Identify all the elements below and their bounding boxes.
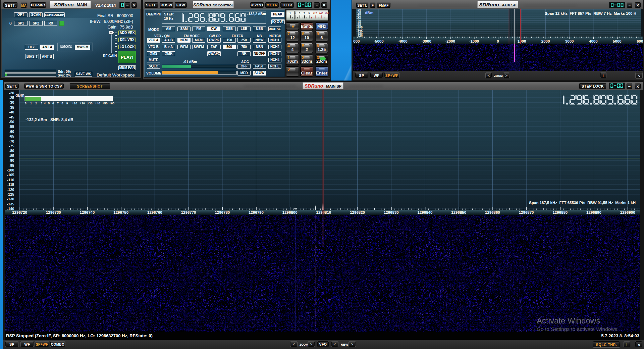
svg-text:-35: -35: [9, 105, 14, 109]
svg-text:-55: -55: [9, 124, 14, 129]
svg-text:-30: -30: [9, 100, 14, 104]
svg-text:1: 1: [30, 102, 32, 105]
svg-text:1296880: 1296880: [552, 210, 568, 214]
svg-text:+60: +60: [109, 102, 114, 105]
svg-text:-132,2 dBm SNR: 8,4 dB: -132,2 dBm SNR: 8,4 dB: [25, 117, 73, 122]
svg-text:6000: 6000: [637, 39, 643, 43]
svg-text:-1000: -1000: [469, 39, 479, 43]
svg-text:-25: -25: [9, 96, 14, 100]
svg-text:dBm: dBm: [365, 11, 374, 15]
svg-text:-125: -125: [7, 192, 14, 196]
svg-text:1296820: 1296820: [350, 210, 365, 214]
svg-text:1296780: 1296780: [215, 210, 230, 214]
svg-text:-60: -60: [9, 130, 14, 134]
svg-text:-100: -100: [7, 168, 14, 172]
svg-text:1296840: 1296840: [418, 210, 433, 214]
svg-text:2000: 2000: [541, 39, 550, 43]
svg-text:1296720: 1296720: [12, 210, 27, 214]
svg-text:-110: -110: [7, 178, 14, 182]
svg-text:+20: +20: [313, 12, 317, 15]
svg-text:S: S: [24, 102, 26, 105]
svg-text:1: 1: [289, 12, 291, 15]
svg-text:1296870: 1296870: [519, 210, 534, 214]
svg-text:-85: -85: [9, 154, 14, 158]
svg-text:7: 7: [57, 102, 59, 105]
svg-text:-90: -90: [9, 158, 14, 162]
svg-text:1296900: 1296900: [620, 210, 635, 214]
svg-text:1296730: 1296730: [46, 210, 61, 214]
svg-text:6: 6: [52, 102, 54, 105]
svg-text:3000: 3000: [565, 39, 574, 43]
svg-text:9: 9: [308, 12, 310, 15]
svg-text:5: 5: [48, 102, 50, 105]
svg-text:3: 3: [41, 102, 42, 105]
svg-text:-4000: -4000: [397, 39, 407, 43]
svg-text:+50: +50: [102, 102, 107, 105]
svg-text:5: 5: [299, 12, 300, 15]
svg-text:1296740: 1296740: [80, 210, 95, 214]
svg-text:7: 7: [304, 12, 305, 15]
svg-text:1296760: 1296760: [147, 210, 162, 214]
svg-text:4000: 4000: [589, 39, 598, 43]
svg-text:1296860: 1296860: [485, 210, 500, 214]
svg-text:Span 12 kHz FFT 857 Pts RBW: Span 12 kHz FFT 857 Pts RBW 7 Hz Marks 1…: [545, 11, 636, 15]
svg-text:5000: 5000: [613, 39, 622, 43]
svg-text:-80: -80: [9, 149, 14, 153]
svg-text:1296790: 1296790: [249, 210, 264, 214]
svg-text:-130: -130: [7, 197, 14, 201]
svg-text:+40: +40: [319, 12, 323, 15]
svg-text:-2000: -2000: [445, 39, 455, 43]
svg-text:-70: -70: [9, 139, 14, 143]
svg-text:-115: -115: [7, 183, 14, 187]
svg-text:1296810: 1296810: [316, 210, 331, 214]
svg-text:-75: -75: [9, 144, 14, 148]
svg-text:-50: -50: [9, 120, 14, 124]
svg-text:4: 4: [44, 102, 46, 105]
svg-text:-3000: -3000: [421, 39, 431, 43]
svg-text:1296890: 1296890: [586, 210, 601, 214]
svg-text:+10: +10: [72, 102, 77, 105]
svg-text:dBm: dBm: [15, 93, 24, 98]
svg-text:-40: -40: [9, 110, 14, 114]
svg-text:+20: +20: [80, 102, 85, 105]
svg-text:-65: -65: [9, 134, 14, 138]
svg-text:1296770: 1296770: [181, 210, 196, 214]
svg-text:2: 2: [35, 102, 37, 105]
svg-text:-105: -105: [7, 173, 14, 177]
svg-text:1296830: 1296830: [384, 210, 399, 214]
svg-text:1296800: 1296800: [282, 210, 298, 214]
svg-text:Span 187,5 kHz FFT 65536 Pts: Span 187,5 kHz FFT 65536 Pts RBW 91,55 H…: [529, 201, 636, 205]
svg-text:1000: 1000: [518, 39, 526, 43]
svg-text:-95: -95: [9, 163, 14, 167]
svg-text:-135: -135: [7, 202, 14, 206]
svg-text:9: 9: [66, 102, 68, 105]
svg-text:-120: -120: [7, 188, 14, 192]
svg-text:1296750: 1296750: [113, 210, 128, 214]
svg-text:-45: -45: [9, 115, 14, 119]
svg-text:+60: +60: [325, 12, 329, 15]
svg-text:8: 8: [61, 102, 63, 105]
svg-text:-20: -20: [9, 91, 14, 95]
svg-text:-5000: -5000: [374, 39, 383, 43]
svg-text:-6000: -6000: [353, 39, 360, 43]
svg-text:1296850: 1296850: [451, 210, 466, 214]
svg-text:0: 0: [497, 39, 499, 43]
svg-text:+40: +40: [95, 102, 100, 105]
svg-text:+30: +30: [87, 102, 92, 105]
